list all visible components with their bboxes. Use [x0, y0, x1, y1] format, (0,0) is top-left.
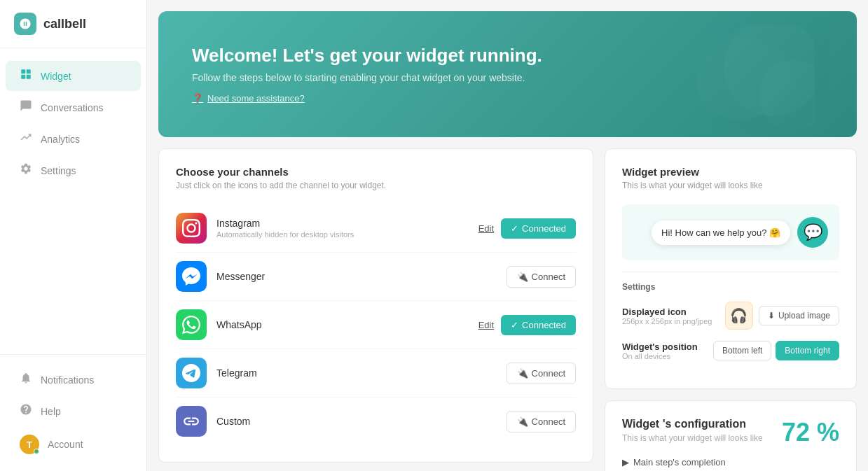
hero-decoration — [661, 25, 815, 137]
whatsapp-connected-btn[interactable]: ✓ Connected — [501, 315, 576, 335]
right-panel: Widget preview This is what your widget … — [605, 148, 857, 471]
logo-text: callbell — [43, 17, 86, 31]
arrow-right-icon: ▶ — [622, 457, 629, 468]
custom-actions: 🔌 Connect — [507, 411, 576, 433]
preview-title: Widget preview — [622, 166, 839, 178]
sidebar-item-label-conversations: Conversations — [41, 102, 104, 113]
avatar: T — [20, 435, 39, 454]
sidebar-item-label-settings: Settings — [41, 165, 76, 176]
channels-card: Choose your channels Just click on the i… — [158, 148, 593, 463]
whatsapp-info: WhatsApp — [216, 319, 469, 330]
logo-area: callbell — [0, 0, 146, 48]
instagram-edit-link[interactable]: Edit — [478, 223, 494, 234]
widget-position-row: Widget's position On all devices Bottom … — [622, 341, 839, 360]
content-row: Choose your channels Just click on the i… — [158, 148, 857, 471]
plug-icon: 🔌 — [517, 272, 528, 282]
preview-widget-button: 💬 — [797, 217, 828, 248]
messenger-icon — [176, 261, 207, 292]
bottom-left-btn[interactable]: Bottom left — [713, 341, 771, 360]
config-header: Widget 's configuration This is what you… — [622, 418, 839, 447]
sidebar-item-help[interactable]: Help — [6, 396, 141, 426]
svg-rect-1 — [27, 69, 31, 73]
online-indicator — [34, 449, 39, 454]
bottom-right-btn[interactable]: Bottom right — [776, 341, 839, 360]
channel-messenger: Messenger 🔌 Connect — [176, 253, 576, 301]
messenger-info: Messenger — [216, 271, 497, 282]
upload-icon: ⬇ — [768, 311, 775, 321]
sidebar-item-label-analytics: Analytics — [41, 134, 80, 145]
settings-icon — [20, 162, 32, 178]
sidebar: callbell Widget Conversations Analytics … — [0, 0, 147, 471]
sidebar-item-widget[interactable]: Widget — [6, 61, 141, 91]
instagram-icon — [176, 213, 207, 244]
widget-preview-card: Widget preview This is what your widget … — [605, 148, 857, 389]
preview-widget-icon: 💬 — [804, 223, 822, 241]
sidebar-item-account[interactable]: T Account — [6, 428, 141, 461]
config-title-area: Widget 's configuration This is what you… — [622, 418, 763, 443]
sidebar-item-conversations[interactable]: Conversations — [6, 92, 141, 122]
displayed-icon-row: Displayed icon 256px x 256px in png/jpeg… — [622, 302, 839, 330]
channel-telegram: Telegram 🔌 Connect — [176, 349, 576, 398]
main-nav: Widget Conversations Analytics Settings — [0, 48, 146, 354]
hero-banner: Welcome! Let's get your widget running. … — [158, 11, 857, 137]
widget-icon — [20, 68, 32, 84]
main-content: Welcome! Let's get your widget running. … — [147, 0, 868, 471]
sidebar-item-analytics[interactable]: Analytics — [6, 124, 141, 154]
plug-icon-custom: 🔌 — [517, 416, 528, 427]
whatsapp-icon — [176, 309, 207, 340]
whatsapp-edit-link[interactable]: Edit — [478, 320, 494, 330]
question-icon: ❓ — [192, 93, 203, 104]
messenger-actions: 🔌 Connect — [507, 266, 576, 288]
whatsapp-actions: Edit ✓ Connected — [478, 315, 576, 335]
instagram-connected-btn[interactable]: ✓ Connected — [501, 218, 576, 239]
position-info: Widget's position On all devices — [622, 342, 698, 360]
custom-connect-btn[interactable]: 🔌 Connect — [507, 411, 576, 433]
svg-rect-0 — [21, 69, 25, 73]
check-icon-wa: ✓ — [511, 320, 518, 330]
widget-settings-section: Settings Displayed icon 256px x 256px in… — [622, 272, 839, 360]
conversations-icon — [20, 99, 32, 115]
sidebar-item-settings[interactable]: Settings — [6, 155, 141, 185]
messenger-connect-btn[interactable]: 🔌 Connect — [507, 266, 576, 288]
channels-title: Choose your channels — [176, 166, 576, 178]
preview-area: Hi! How can we help you? 🤗 💬 — [622, 204, 839, 260]
analytics-icon — [20, 131, 32, 147]
svg-rect-2 — [21, 75, 25, 79]
custom-info: Custom — [216, 416, 497, 427]
upload-image-btn[interactable]: ⬇ Upload image — [759, 306, 839, 325]
logo-icon — [14, 13, 36, 35]
sidebar-bottom: Notifications Help T Account — [0, 354, 146, 471]
icon-controls: 🎧 ⬇ Upload image — [725, 302, 839, 330]
sidebar-item-notifications[interactable]: Notifications — [6, 365, 141, 395]
check-icon: ✓ — [511, 223, 518, 234]
telegram-connect-btn[interactable]: 🔌 Connect — [507, 363, 576, 384]
sidebar-item-label-widget: Widget — [41, 71, 71, 82]
channels-subtitle: Just click on the icons to add the chann… — [176, 181, 576, 190]
completion-link[interactable]: ▶ Main step's completion — [622, 457, 839, 468]
preview-chat-bubble: Hi! How can we help you? 🤗 — [652, 220, 790, 245]
telegram-info: Telegram — [216, 367, 497, 379]
telegram-actions: 🔌 Connect — [507, 363, 576, 384]
widget-config-card: Widget 's configuration This is what you… — [605, 400, 857, 471]
telegram-icon — [176, 358, 207, 388]
svg-rect-3 — [27, 75, 31, 79]
channel-whatsapp: WhatsApp Edit ✓ Connected — [176, 301, 576, 349]
account-label: Account — [48, 439, 83, 450]
plug-icon-tg: 🔌 — [517, 368, 528, 379]
instagram-actions: Edit ✓ Connected — [478, 218, 576, 239]
help-label: Help — [41, 406, 61, 417]
displayed-icon-info: Displayed icon 256px x 256px in png/jpeg — [622, 307, 712, 325]
preview-subtitle: This is what your widget will looks like — [622, 181, 839, 190]
notifications-icon — [20, 372, 32, 388]
position-buttons: Bottom left Bottom right — [713, 341, 839, 360]
notifications-label: Notifications — [41, 374, 94, 386]
left-panel: Choose your channels Just click on the i… — [158, 148, 593, 471]
channel-instagram: Instagram Automatically hidden for deskt… — [176, 204, 576, 253]
help-icon — [20, 403, 32, 419]
custom-icon — [176, 406, 207, 437]
instagram-info: Instagram Automatically hidden for deskt… — [216, 218, 469, 239]
current-icon-preview: 🎧 — [725, 302, 753, 330]
channel-custom: Custom 🔌 Connect — [176, 398, 576, 445]
